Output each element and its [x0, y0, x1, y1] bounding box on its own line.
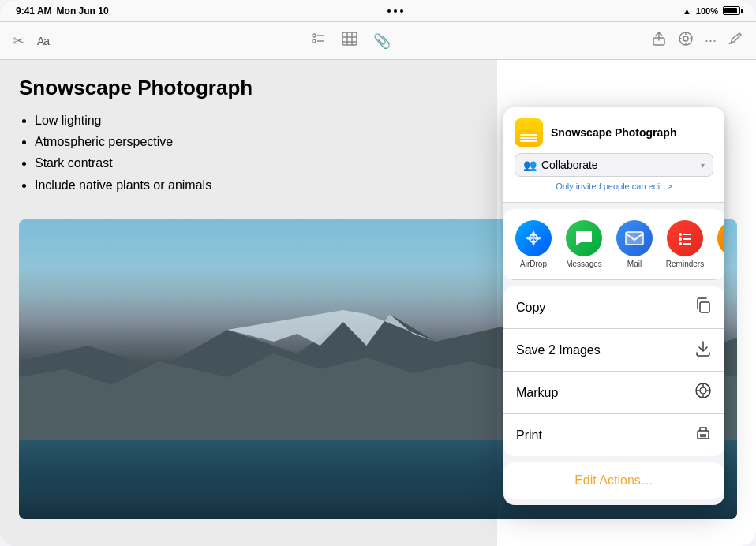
messages-label: Messages — [566, 260, 602, 268]
markup-label: Markup — [516, 386, 558, 400]
toolbar: ✂ Aa 📎 — [0, 22, 756, 60]
ipad-frame: 9:41 AM Mon Jun 10 ▲ 100% ✂ Aa — [0, 0, 756, 546]
svg-point-23 — [679, 233, 682, 236]
airdrop-app[interactable]: AirDrop — [511, 220, 556, 268]
apps-section: AirDrop Messages — [503, 209, 724, 280]
attachment-icon[interactable]: 📎 — [373, 32, 391, 50]
edit-actions-button[interactable]: Edit Actions… — [503, 462, 724, 499]
print-action[interactable]: Print — [503, 414, 724, 456]
text-format-icon[interactable]: Aa — [37, 35, 49, 47]
markup-action[interactable]: Markup — [503, 372, 724, 414]
status-bar: 9:41 AM Mon Jun 10 ▲ 100% — [0, 0, 756, 22]
share-apps-row: AirDrop Messages — [503, 209, 724, 280]
note-app-icon — [515, 118, 543, 147]
print-icon — [694, 424, 712, 446]
reminders-app[interactable]: Reminders — [663, 220, 707, 268]
content-area: Snowscape Photograph Low lighting Atmosp… — [0, 60, 756, 546]
airdrop-label: AirDrop — [520, 260, 547, 268]
messages-icon — [566, 220, 602, 256]
dot-3 — [400, 9, 403, 13]
print-label: Print — [516, 428, 542, 443]
dim-overlay — [0, 60, 497, 546]
svg-rect-32 — [700, 302, 709, 312]
battery-percent: 100% — [696, 6, 718, 16]
battery-icon — [723, 6, 740, 15]
svg-point-2 — [313, 39, 316, 43]
popup-sections: AirDrop Messages — [503, 209, 724, 505]
reminders-icon — [667, 220, 703, 256]
svg-point-27 — [679, 242, 682, 245]
status-date: Mon Jun 10 — [57, 6, 109, 17]
svg-point-34 — [700, 387, 706, 394]
share-icon[interactable] — [651, 31, 667, 50]
copy-label: Copy — [516, 301, 545, 315]
share-popup: Snowscape Photograph 👥 Collaborate ▾ Onl… — [503, 107, 724, 505]
status-time: 9:41 AM — [16, 6, 52, 17]
more-app-icon — [717, 220, 724, 256]
mail-icon — [616, 220, 653, 256]
actions-section: Copy Save 2 Images — [503, 286, 724, 456]
collaborate-label: Collaborate — [541, 159, 696, 171]
save-images-icon — [694, 339, 712, 361]
more-toolbar-icon[interactable]: ··· — [705, 32, 717, 49]
reminders-label: Reminders — [666, 260, 704, 268]
invite-text[interactable]: Only invited people can edit. > — [515, 177, 713, 193]
save-images-action[interactable]: Save 2 Images — [503, 329, 724, 372]
people-icon: 👥 — [523, 159, 537, 171]
dot-2 — [394, 9, 397, 13]
copy-icon — [694, 297, 712, 318]
svg-rect-4 — [342, 32, 357, 45]
table-icon[interactable] — [342, 32, 357, 50]
dot-1 — [387, 9, 391, 13]
mail-app[interactable]: Mail — [612, 220, 657, 268]
popup-note-title: Snowscape Photograph — [551, 126, 676, 139]
copy-action[interactable]: Copy — [503, 286, 724, 329]
chevron-down-icon: ▾ — [701, 161, 705, 170]
collaborate-row[interactable]: 👥 Collaborate ▾ — [515, 153, 713, 177]
popup-header: Snowscape Photograph 👥 Collaborate ▾ Onl… — [503, 107, 724, 203]
compose-icon[interactable] — [728, 31, 743, 50]
more-app[interactable]: Fr… — [713, 220, 724, 268]
wifi-icon: ▲ — [683, 6, 691, 16]
svg-rect-21 — [626, 232, 643, 245]
svg-point-0 — [313, 34, 316, 37]
edit-actions-label: Edit Actions… — [574, 473, 653, 487]
checklist-icon[interactable] — [310, 31, 326, 50]
mail-label: Mail — [627, 260, 642, 268]
airdrop-icon — [515, 220, 552, 256]
scissors-icon[interactable]: ✂ — [13, 32, 24, 50]
save-images-label: Save 2 Images — [516, 343, 601, 357]
svg-point-11 — [683, 36, 688, 41]
messages-app[interactable]: Messages — [562, 220, 606, 268]
svg-point-25 — [679, 237, 682, 241]
markup-icon-action — [694, 382, 712, 403]
markup-nav-icon[interactable] — [678, 31, 694, 50]
